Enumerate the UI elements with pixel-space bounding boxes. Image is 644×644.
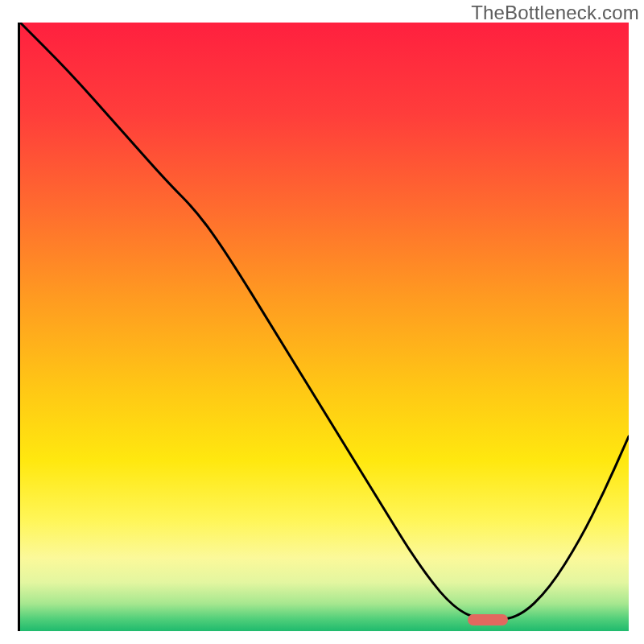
optimal-marker [468,614,508,625]
plot-area [18,23,626,631]
chart-container: TheBottleneck.com [0,0,644,644]
curve-layer [20,23,629,631]
bottleneck-curve [20,23,629,619]
watermark-text: TheBottleneck.com [471,2,639,24]
